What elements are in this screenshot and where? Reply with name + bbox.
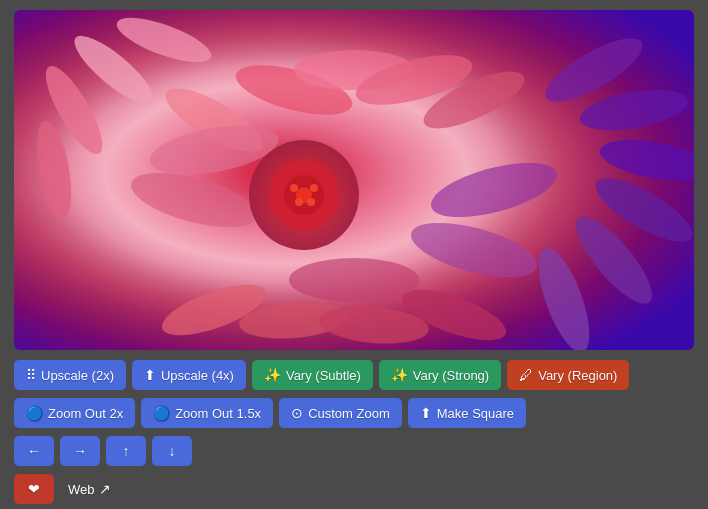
svg-point-32 (307, 198, 315, 206)
vary-strong-button[interactable]: ✨ Vary (Strong) (379, 360, 501, 390)
controls-panel: ⠿ Upscale (2x) ⬆ Upscale (4x) ✨ Vary (Su… (14, 360, 694, 504)
vary-region-button[interactable]: 🖊 Vary (Region) (507, 360, 629, 390)
arrow-right-icon: → (73, 443, 87, 459)
arrow-down-icon: ↓ (169, 443, 176, 459)
button-row-1: ⠿ Upscale (2x) ⬆ Upscale (4x) ✨ Vary (Su… (14, 360, 694, 390)
custom-zoom-icon: ⊙ (291, 405, 303, 421)
heart-button[interactable]: ❤ (14, 474, 54, 504)
svg-point-29 (290, 184, 298, 192)
custom-zoom-button[interactable]: ⊙ Custom Zoom (279, 398, 402, 428)
upscale-4x-icon: ⬆ (144, 367, 156, 383)
svg-point-24 (289, 258, 419, 302)
vary-strong-icon: ✨ (391, 367, 408, 383)
flower-image (14, 10, 694, 350)
upscale-4x-button[interactable]: ⬆ Upscale (4x) (132, 360, 246, 390)
vary-subtle-button[interactable]: ✨ Vary (Subtle) (252, 360, 373, 390)
arrow-left-icon: ← (27, 443, 41, 459)
button-row-4: ❤ Web ↗ (14, 474, 694, 504)
vary-subtle-icon: ✨ (264, 367, 281, 383)
zoom-out-1-5x-button[interactable]: 🔵 Zoom Out 1.5x (141, 398, 273, 428)
arrow-up-icon: ↑ (123, 443, 130, 459)
svg-point-31 (295, 198, 303, 206)
arrow-up-button[interactable]: ↑ (106, 436, 146, 466)
arrow-left-button[interactable]: ← (14, 436, 54, 466)
upscale-2x-icon: ⠿ (26, 367, 36, 383)
arrow-right-button[interactable]: → (60, 436, 100, 466)
svg-point-30 (310, 184, 318, 192)
web-link-button[interactable]: Web ↗ (60, 474, 119, 504)
upscale-2x-button[interactable]: ⠿ Upscale (2x) (14, 360, 126, 390)
heart-icon: ❤ (28, 481, 40, 497)
button-row-2: 🔵 Zoom Out 2x 🔵 Zoom Out 1.5x ⊙ Custom Z… (14, 398, 694, 428)
zoom-out-1-5x-icon: 🔵 (153, 405, 170, 421)
make-square-button[interactable]: ⬆ Make Square (408, 398, 526, 428)
zoom-out-2x-icon: 🔵 (26, 405, 43, 421)
button-row-3: ← → ↑ ↓ (14, 436, 694, 466)
make-square-icon: ⬆ (420, 405, 432, 421)
arrow-down-button[interactable]: ↓ (152, 436, 192, 466)
zoom-out-2x-button[interactable]: 🔵 Zoom Out 2x (14, 398, 135, 428)
vary-region-icon: 🖊 (519, 367, 533, 383)
external-link-icon: ↗ (99, 481, 111, 497)
image-container (14, 10, 694, 350)
